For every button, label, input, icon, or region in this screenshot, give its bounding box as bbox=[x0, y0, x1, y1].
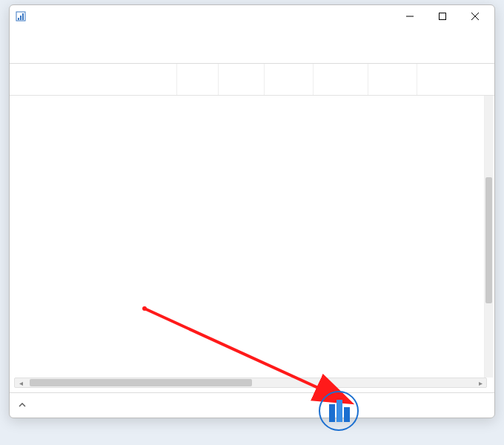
minimize-button[interactable] bbox=[394, 5, 426, 27]
window-controls bbox=[394, 5, 491, 27]
collapse-icon[interactable] bbox=[17, 402, 27, 409]
col-header-disk[interactable] bbox=[314, 64, 368, 95]
svg-rect-1 bbox=[18, 18, 19, 20]
col-header-power[interactable] bbox=[417, 64, 435, 95]
scroll-left-arrow[interactable]: ◂ bbox=[15, 378, 27, 387]
col-header-cpu[interactable] bbox=[219, 64, 265, 95]
process-list[interactable]: ◂ ▸ bbox=[10, 96, 494, 392]
vertical-scrollbar[interactable] bbox=[484, 96, 493, 378]
menu-bar bbox=[10, 27, 494, 44]
col-header-memory[interactable] bbox=[265, 64, 314, 95]
close-button[interactable] bbox=[459, 5, 491, 27]
col-header-status[interactable] bbox=[177, 64, 219, 95]
svg-rect-5 bbox=[440, 13, 446, 20]
col-header-name[interactable] bbox=[10, 64, 177, 95]
col-header-network[interactable] bbox=[368, 64, 417, 95]
app-icon bbox=[16, 11, 26, 22]
footer bbox=[10, 392, 494, 418]
svg-rect-3 bbox=[22, 13, 24, 20]
scrollbar-thumb[interactable] bbox=[30, 379, 252, 386]
task-manager-window: ◂ ▸ bbox=[9, 4, 495, 418]
horizontal-scrollbar[interactable]: ◂ ▸ bbox=[14, 378, 487, 388]
titlebar[interactable] bbox=[10, 5, 494, 27]
scroll-right-arrow[interactable]: ▸ bbox=[474, 378, 486, 387]
column-headers bbox=[10, 63, 494, 96]
scrollbar-thumb[interactable] bbox=[485, 177, 492, 303]
maximize-button[interactable] bbox=[426, 5, 459, 27]
tab-bar bbox=[10, 44, 494, 63]
svg-rect-2 bbox=[20, 16, 21, 20]
